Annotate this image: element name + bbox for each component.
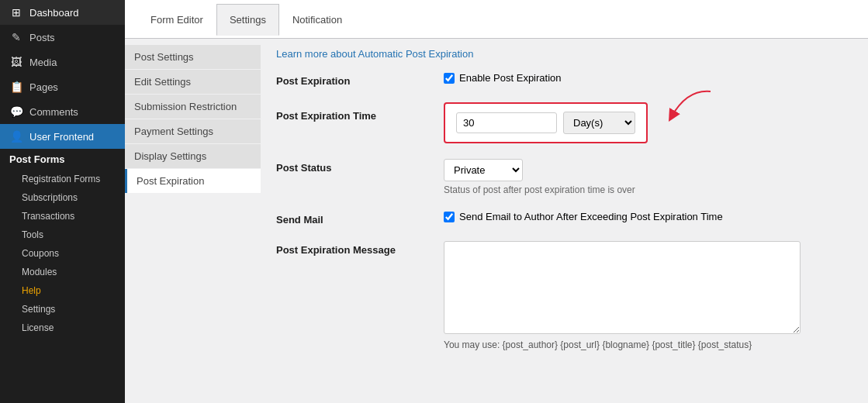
tab-form-editor[interactable]: Form Editor <box>137 4 216 35</box>
right-panel: Learn more about Automatic Post Expirati… <box>261 39 868 403</box>
expiration-time-input[interactable] <box>456 112 557 133</box>
post-expiration-time-control: Day(s) Hour(s) Minute(s) <box>444 102 852 143</box>
sidebar-item-pages[interactable]: 📋 Pages <box>0 74 125 99</box>
post-status-help: Status of post after post expiration tim… <box>444 184 852 195</box>
post-status-select[interactable]: Private Draft Pending Publish <box>444 159 523 181</box>
left-nav-post-settings[interactable]: Post Settings <box>125 45 261 69</box>
enable-post-expiration-label[interactable]: Enable Post Expiration <box>459 72 562 84</box>
post-expiration-time-row: Post Expiration Time Day(s) Hour(s) Minu… <box>276 102 852 143</box>
tab-settings[interactable]: Settings <box>216 4 279 36</box>
expiration-time-box: Day(s) Hour(s) Minute(s) <box>444 102 648 143</box>
sidebar-item-registration-forms[interactable]: Registration Forms <box>0 170 125 188</box>
sidebar: ⊞ Dashboard ✎ Posts 🖼 Media 📋 Pages 💬 Co… <box>0 0 125 403</box>
left-nav-payment-settings[interactable]: Payment Settings <box>125 119 261 143</box>
main-content: Form Editor Settings Notification Post S… <box>125 0 868 403</box>
post-status-label: Post Status <box>276 159 431 174</box>
expiration-unit-select[interactable]: Day(s) Hour(s) Minute(s) <box>563 112 635 134</box>
learn-more-link[interactable]: Learn more about Automatic Post Expirati… <box>276 48 852 60</box>
sidebar-item-help[interactable]: Help <box>0 281 125 300</box>
sidebar-item-subscriptions[interactable]: Subscriptions <box>0 188 125 207</box>
left-nav-edit-settings[interactable]: Edit Settings <box>125 70 261 94</box>
tab-notification[interactable]: Notification <box>279 4 355 35</box>
send-mail-checkbox-row: Send Email to Author After Exceeding Pos… <box>444 211 852 222</box>
sidebar-item-user-frontend[interactable]: 👤 User Frontend <box>0 124 125 149</box>
comments-icon: 💬 <box>9 105 23 118</box>
sidebar-item-media[interactable]: 🖼 Media <box>0 50 125 74</box>
enable-post-expiration-row: Enable Post Expiration <box>444 72 852 84</box>
content-area: Post Settings Edit Settings Submission R… <box>125 39 868 403</box>
left-nav-post-expiration[interactable]: Post Expiration <box>125 169 261 193</box>
sidebar-item-modules[interactable]: Modules <box>0 263 125 281</box>
left-nav-display-settings[interactable]: Display Settings <box>125 144 261 168</box>
post-expiration-message-label: Post Expiration Message <box>276 241 431 256</box>
left-nav: Post Settings Edit Settings Submission R… <box>125 39 261 403</box>
sidebar-item-posts[interactable]: ✎ Posts <box>0 25 125 50</box>
post-expiration-message-control: You may use: {post_author} {post_url} {b… <box>444 241 852 350</box>
post-expiration-time-label: Post Expiration Time <box>276 102 431 122</box>
media-icon: 🖼 <box>9 56 23 68</box>
sidebar-item-license[interactable]: License <box>0 319 125 337</box>
sidebar-item-dashboard[interactable]: ⊞ Dashboard <box>0 0 125 25</box>
sidebar-item-transactions[interactable]: Transactions <box>0 207 125 226</box>
dashboard-icon: ⊞ <box>9 6 23 19</box>
send-mail-control: Send Email to Author After Exceeding Pos… <box>444 211 852 222</box>
sidebar-item-coupons[interactable]: Coupons <box>0 244 125 263</box>
send-mail-row: Send Mail Send Email to Author After Exc… <box>276 211 852 226</box>
post-expiration-control: Enable Post Expiration <box>444 72 852 84</box>
send-mail-checkbox-label[interactable]: Send Email to Author After Exceeding Pos… <box>459 211 723 222</box>
post-expiration-label: Post Expiration <box>276 72 431 87</box>
posts-icon: ✎ <box>9 31 23 43</box>
send-mail-label: Send Mail <box>276 211 431 226</box>
arrow-annotation <box>656 85 726 132</box>
send-mail-checkbox[interactable] <box>444 212 455 222</box>
sidebar-item-comments[interactable]: 💬 Comments <box>0 99 125 124</box>
post-status-row: Post Status Private Draft Pending Publis… <box>276 159 852 195</box>
post-expiration-message-row: Post Expiration Message You may use: {po… <box>276 241 852 350</box>
top-tabs: Form Editor Settings Notification <box>125 0 868 39</box>
sidebar-item-tools[interactable]: Tools <box>0 226 125 244</box>
sidebar-item-settings[interactable]: Settings <box>0 300 125 319</box>
enable-post-expiration-checkbox[interactable] <box>444 73 455 84</box>
user-frontend-icon: 👤 <box>9 130 23 143</box>
left-nav-submission-restriction[interactable]: Submission Restriction <box>125 95 261 119</box>
pages-icon: 📋 <box>9 81 23 93</box>
post-forms-group-label: Post Forms <box>0 149 125 170</box>
post-expiration-message-textarea[interactable] <box>444 241 801 334</box>
post-expiration-row: Post Expiration Enable Post Expiration <box>276 72 852 87</box>
post-status-control: Private Draft Pending Publish Status of … <box>444 159 852 195</box>
variables-hint: You may use: {post_author} {post_url} {b… <box>444 339 852 350</box>
